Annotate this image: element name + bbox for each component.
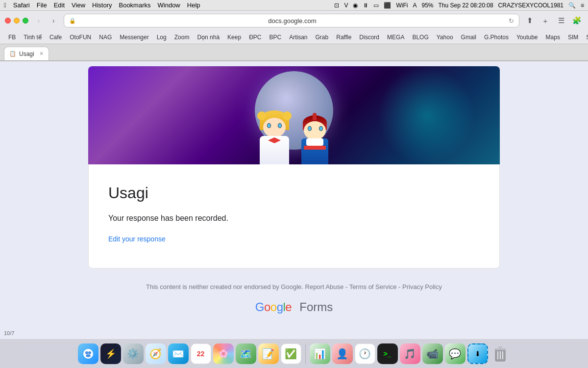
bookmark-dpc[interactable]: ĐPC — [245, 33, 265, 42]
back-button[interactable]: ‹ — [32, 14, 45, 27]
bookmark-sim1[interactable]: SIM — [564, 33, 582, 42]
menubar-right: ⊡ V ◉ ⏸ ▭ ⬛ WiFi A 95% Thu Sep 22 08:20:… — [334, 2, 584, 9]
dock-clock[interactable]: 🕐 — [355, 343, 375, 364]
dock-activity[interactable]: 📊 — [310, 343, 330, 364]
apple-menu[interactable]:  — [4, 1, 6, 9]
terms-link[interactable]: Terms of Service — [349, 283, 397, 290]
bookmark-blog[interactable]: BLOG — [409, 33, 432, 42]
forms-wordmark: Forms — [299, 300, 333, 314]
bookmark-grab-label: Grab — [316, 34, 329, 41]
dock-safari[interactable]: 🧭 — [146, 343, 166, 364]
footer-text: This content is neither created nor endo… — [88, 283, 500, 290]
minimize-window-button[interactable] — [14, 18, 20, 24]
bookmark-discord[interactable]: Discord — [356, 33, 383, 42]
privacy-link[interactable]: Privacy Policy — [402, 283, 442, 290]
google-letter-e: e — [285, 300, 292, 314]
dock-trash[interactable] — [490, 343, 511, 364]
figure-right — [299, 115, 331, 164]
bookmark-youtube[interactable]: Youtube — [513, 33, 541, 42]
bookmark-otofun[interactable]: OtoFUN — [66, 33, 95, 42]
response-recorded-text: Your response has been recorded. — [108, 214, 480, 223]
bookmark-yahoo[interactable]: Yahoo — [433, 33, 457, 42]
tab-close-button[interactable]: ✕ — [39, 51, 44, 57]
close-window-button[interactable] — [5, 18, 11, 24]
dock-system-prefs[interactable]: ⚙️ — [123, 343, 144, 364]
bookmark-bpc[interactable]: BPC — [266, 33, 285, 42]
active-tab[interactable]: 📋 Usagi ✕ — [4, 47, 49, 60]
bookmark-raffle[interactable]: Raffle — [333, 33, 355, 42]
menu-safari[interactable]: Safari — [13, 1, 30, 9]
bookmark-cafe[interactable]: Cafe — [46, 33, 65, 42]
dock-messages[interactable]: 💬 — [445, 343, 466, 364]
menu-history[interactable]: History — [92, 1, 112, 9]
bookmark-otofun-label: OtoFUN — [70, 34, 91, 41]
bookmark-tinhtế[interactable]: Tinh tế — [20, 33, 45, 42]
response-card: Usagi Your response has been recorded. E… — [88, 164, 500, 268]
fullscreen-window-button[interactable] — [23, 18, 28, 24]
bookmark-maps-label: Maps — [546, 34, 560, 41]
spotlight-icon[interactable]: 🔍 — [568, 2, 576, 9]
bookmark-artisan[interactable]: Artisan — [286, 33, 311, 42]
menu-window[interactable]: Window — [158, 1, 180, 9]
share-button[interactable]: ⬆ — [523, 14, 536, 27]
extensions-button[interactable]: 🧩 — [570, 14, 583, 27]
translate-icon: A — [413, 2, 416, 9]
menu-file[interactable]: File — [37, 1, 47, 9]
svg-rect-5 — [494, 348, 506, 350]
dock-finder[interactable] — [78, 343, 98, 364]
dock-mail[interactable]: ✉️ — [168, 343, 189, 364]
bookmark-fb[interactable]: FB — [5, 33, 19, 42]
menu-help[interactable]: Help — [187, 1, 200, 9]
bookmark-zoom[interactable]: Zoom — [171, 33, 193, 42]
url-text[interactable]: docs.google.com — [79, 17, 506, 25]
bookmark-yahoo-label: Yahoo — [437, 34, 453, 41]
menu-view[interactable]: View — [72, 1, 85, 9]
bookmark-dpc-label: ĐPC — [249, 34, 261, 41]
dock-reminders[interactable]: ✅ — [281, 343, 301, 364]
bookmark-nag[interactable]: NAG — [96, 33, 115, 42]
add-tab-button[interactable]: + — [539, 14, 552, 27]
airplay-icon: ⊡ — [334, 2, 339, 9]
menu-bookmarks[interactable]: Bookmarks — [119, 1, 150, 9]
form-title: Usagi — [108, 184, 480, 202]
dock-terminal[interactable]: >_ — [377, 343, 398, 364]
overflow-menu-icon[interactable]: ≡ — [581, 2, 584, 9]
browser-chrome: ‹ › 🔒 docs.google.com ↻ ⬆ + ☰ 🧩 FB Tinh … — [0, 11, 588, 61]
bookmark-gmail[interactable]: Gmail — [458, 33, 480, 42]
dock-calendar[interactable]: 22 — [191, 343, 211, 364]
refresh-icon[interactable]: ↻ — [509, 17, 514, 25]
dock-music[interactable]: 🎵 — [400, 343, 420, 364]
dock-facetime[interactable]: 📹 — [422, 343, 443, 364]
bookmark-log[interactable]: Log — [153, 33, 170, 42]
dock-launchpad[interactable]: ⚡ — [100, 343, 121, 364]
wifi-icon: WiFi — [396, 2, 408, 9]
sidebar-button[interactable]: ☰ — [555, 14, 567, 27]
dock-photos[interactable]: 🌸 — [213, 343, 234, 364]
dock-downloads[interactable]: ⬇ — [467, 343, 488, 364]
dock-notes[interactable]: 📝 — [258, 343, 279, 364]
bookmark-sim2[interactable]: SIM — [583, 33, 588, 42]
forward-button[interactable]: › — [47, 14, 60, 27]
bookmark-grab[interactable]: Grab — [312, 33, 332, 42]
address-bar[interactable]: 🔒 docs.google.com ↻ — [64, 14, 519, 27]
bookmark-mega[interactable]: MEGA — [384, 33, 408, 42]
bookmark-maps[interactable]: Maps — [542, 33, 564, 42]
bookmark-gphotos[interactable]: G.Photos — [481, 33, 512, 42]
separator2: - — [398, 283, 402, 290]
menu-edit[interactable]: Edit — [54, 1, 65, 9]
teal-glow — [377, 66, 475, 164]
bookmark-log-label: Log — [157, 34, 167, 41]
page-content: Usagi Your response has been recorded. E… — [0, 61, 588, 368]
dock-contacts[interactable]: 👤 — [332, 343, 353, 364]
bookmark-messenger[interactable]: Messenger — [116, 33, 152, 42]
bookmark-donn[interactable]: Dọn nhà — [194, 33, 223, 42]
battery-status: 95% — [421, 2, 433, 9]
dock-maps[interactable]: 🗺️ — [236, 343, 256, 364]
google-wordmark: Google — [255, 300, 292, 314]
edit-response-link[interactable]: Edit your response — [108, 235, 166, 243]
report-abuse-link[interactable]: Report Abuse — [305, 283, 344, 290]
bookmark-bpc-label: BPC — [269, 34, 281, 41]
bookmark-gmail-label: Gmail — [461, 34, 476, 41]
bookmark-keep[interactable]: Keep — [224, 33, 245, 42]
datetime: Thu Sep 22 08:20:08 — [439, 2, 493, 9]
